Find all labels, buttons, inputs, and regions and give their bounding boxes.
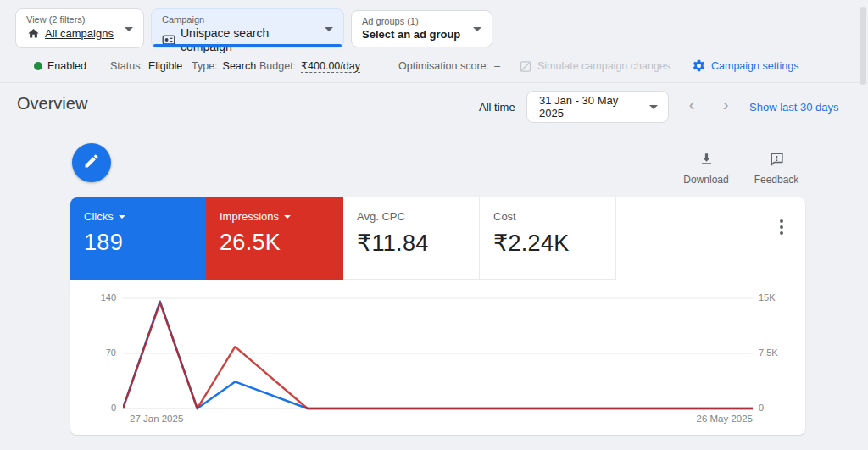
card-more-options-button[interactable]	[776, 216, 787, 238]
view-selector-label: View (2 filters)	[26, 14, 120, 25]
adgroup-selector[interactable]: Ad groups (1) Select an ad group	[351, 10, 492, 47]
right-axis-tick: 15K	[759, 292, 791, 303]
cost-metric-label: Cost	[493, 210, 516, 223]
chevron-down-icon	[649, 105, 658, 109]
budget-value[interactable]: ₹400.00/day	[301, 59, 360, 73]
campaign-settings-button[interactable]: Campaign settings	[692, 56, 799, 76]
campaign-selector-value: Unispace search compaign	[181, 26, 320, 53]
overview-chart: 140 70 0 15K 7.5K 0 27 Jan 2025 26 May 2…	[70, 280, 805, 435]
avg-cpc-metric-value: ₹11.84	[357, 230, 465, 257]
budget-label: Budget:	[259, 60, 296, 72]
chevron-down-icon	[284, 215, 291, 219]
budget-field[interactable]: Budget: ₹400.00/day	[259, 56, 360, 76]
chevron-down-icon	[473, 27, 481, 31]
view-filter-selector[interactable]: View (2 filters) All campaigns	[15, 8, 144, 48]
overview-chart-svg	[123, 280, 753, 420]
left-axis-tick: 0	[84, 403, 116, 413]
clicks-metric-label: Clicks	[84, 210, 114, 223]
left-axis-tick: 140	[84, 292, 116, 303]
enabled-dot-icon	[34, 62, 42, 70]
enabled-status[interactable]: Enabled	[34, 56, 86, 76]
metric-avg-cpc[interactable]: Avg. CPC ₹11.84	[343, 197, 480, 280]
campaign-selector[interactable]: Campaign Unispace search compaign	[151, 8, 344, 48]
optimisation-value: –	[494, 60, 500, 72]
metric-impressions[interactable]: Impressions 26.5K	[206, 197, 343, 280]
feedback-label: Feedback	[749, 174, 804, 186]
type-value: Search	[223, 60, 257, 72]
previous-period-button[interactable]: ‹	[682, 95, 702, 114]
metric-cost[interactable]: Cost ₹2.24K	[480, 197, 616, 280]
download-icon	[698, 155, 715, 169]
pencil-icon	[83, 153, 100, 173]
overview-chart-card: Clicks 189 Impressions 26.5K Avg. CPC ₹1…	[70, 197, 805, 435]
optimisation-label: Optimisation score:	[398, 60, 489, 72]
status-field: Status: Eligible	[110, 56, 182, 76]
download-button[interactable]: Download	[679, 151, 733, 186]
campaign-selector-label: Campaign	[162, 14, 320, 25]
chevron-down-icon	[325, 27, 333, 31]
adgroup-selector-label: Ad groups (1)	[362, 16, 468, 26]
avg-cpc-metric-label: Avg. CPC	[357, 210, 405, 223]
date-range-value: 31 Jan - 30 May 2025	[539, 94, 643, 119]
x-axis-start-label: 27 Jan 2025	[130, 414, 183, 424]
feedback-icon	[769, 155, 785, 169]
clicks-metric-value: 189	[84, 230, 192, 256]
optimisation-score-field: Optimisation score: –	[398, 56, 500, 76]
metric-clicks[interactable]: Clicks 189	[70, 197, 206, 280]
enabled-label: Enabled	[47, 60, 86, 72]
x-axis-end-label: 26 May 2025	[668, 414, 753, 424]
home-icon	[26, 26, 40, 40]
adgroup-selector-value: Select an ad group	[362, 28, 460, 41]
cost-metric-value: ₹2.24K	[493, 230, 602, 257]
left-axis-tick: 70	[84, 347, 116, 358]
all-time-label: All time	[479, 101, 515, 114]
status-label: Status:	[110, 60, 143, 72]
next-period-button[interactable]: ›	[715, 95, 736, 114]
chevron-down-icon	[119, 215, 125, 219]
campaign-status-bar: Enabled Status: Eligible Type: Search Bu…	[0, 56, 868, 76]
impressions-metric-value: 26.5K	[220, 230, 330, 256]
feedback-button[interactable]: Feedback	[749, 151, 804, 186]
download-label: Download	[679, 174, 733, 186]
gear-icon	[692, 58, 706, 75]
type-field: Type: Search	[192, 56, 256, 76]
divider	[0, 82, 868, 83]
chevron-down-icon	[125, 27, 133, 31]
right-axis-tick: 0	[759, 403, 791, 413]
type-label: Type:	[192, 60, 218, 72]
campaign-settings-label: Campaign settings	[711, 60, 799, 72]
metric-strip: Clicks 189 Impressions 26.5K Avg. CPC ₹1…	[70, 197, 805, 280]
simulate-icon	[519, 59, 532, 73]
status-value: Eligible	[148, 60, 182, 72]
show-last-30-days-link[interactable]: Show last 30 days	[749, 101, 839, 114]
edit-fab-button[interactable]	[72, 143, 111, 182]
right-axis-tick: 7.5K	[759, 347, 791, 358]
selected-indicator-bar	[153, 44, 342, 47]
scrollbar-thumb[interactable]	[860, 7, 866, 85]
simulate-label: Simulate campaign changes	[537, 60, 670, 72]
date-range-selector[interactable]: 31 Jan - 30 May 2025	[526, 91, 669, 123]
google-ads-overview-page: { "toolbar": { "view": { "label": "View …	[0, 0, 868, 450]
view-selector-value: All campaigns	[45, 27, 114, 40]
impressions-metric-label: Impressions	[220, 210, 279, 223]
simulate-changes-button[interactable]: Simulate campaign changes	[519, 56, 670, 76]
page-title: Overview	[17, 94, 87, 114]
